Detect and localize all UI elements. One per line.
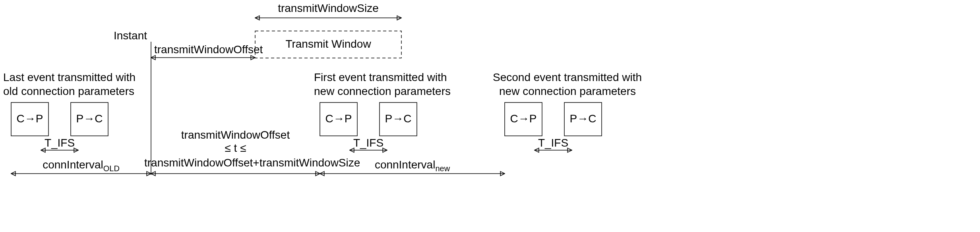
mid-line1: transmitWindowOffset [151,129,320,141]
conn-interval-old-main: connInterval [43,159,103,171]
conn-interval-old: connIntervalOLD [11,159,151,173]
box-c-to-p-second: C→P [505,113,542,125]
box-p-to-c-first: P→C [380,113,417,125]
conn-interval-new-main: connInterval [375,159,436,171]
old-caption-line1: Last event transmitted with [3,72,136,84]
label-transmit-window-size: transmitWindowSize [255,2,401,15]
box-p-to-c-old: P→C [71,113,108,125]
first-caption-line2: new connection parameters [314,85,451,98]
t-ifs-first: T_IFS [350,137,387,149]
first-caption-line1: First event transmitted with [314,72,447,84]
label-transmit-window: Transmit Window [255,38,401,50]
conn-interval-old-sub: OLD [103,164,120,173]
box-p-to-c-second: P→C [564,113,602,125]
mid-line2: ≤ t ≤ [151,142,320,155]
label-instant: Instant [99,30,147,42]
t-ifs-second: T_IFS [535,137,572,149]
second-caption-line1: Second event transmitted with [493,72,642,84]
box-c-to-p-old: C→P [11,113,48,125]
old-caption-line2: old connection parameters [3,85,134,98]
mid-line3: transmitWindowOffset+transmitWindowSize [144,157,327,169]
label-transmit-window-offset: transmitWindowOffset [154,44,263,56]
box-c-to-p-first: C→P [320,113,357,125]
t-ifs-old: T_IFS [41,137,78,149]
second-caption-line2: new connection parameters [499,85,636,98]
conn-interval-new-sub: new [435,164,450,173]
conn-interval-new: connIntervalnew [320,159,505,173]
